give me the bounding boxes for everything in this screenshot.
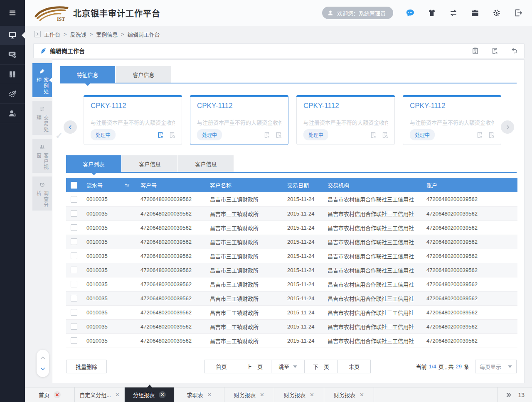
sidebar-item-5[interactable] (0, 104, 25, 123)
table-row-6: 001003547206480200039562昌吉市三工镇财政所2015-11… (66, 263, 517, 277)
doc-remove-icon[interactable] (369, 131, 377, 139)
gear-icon (492, 8, 501, 17)
card-body: CPKY-1112与注册资本严重不符的大额资金收付 (84, 96, 182, 126)
row-checkbox[interactable] (71, 281, 77, 287)
row-checkbox[interactable] (71, 337, 77, 344)
bottom-tab-6[interactable]: 财务报表✕ (274, 387, 324, 402)
doc-remove-button[interactable] (491, 47, 499, 55)
breadcrumb-item-2[interactable]: 反洗钱 (70, 30, 86, 38)
row-checkbox[interactable] (71, 295, 77, 302)
batch-delete-button[interactable]: 批量删除 (66, 360, 107, 373)
doc-search-icon[interactable] (168, 131, 176, 139)
logout-button[interactable] (514, 8, 523, 17)
bottom-tab-2[interactable]: 自定义分组...✕ (75, 387, 125, 402)
row-checkbox[interactable] (71, 252, 77, 259)
scroll-down-button[interactable] (40, 366, 46, 372)
doc-search-icon[interactable] (488, 131, 495, 139)
gear-button[interactable] (492, 8, 501, 17)
cell-r4-c2: 47206480200039562 (135, 235, 205, 249)
row-checkbox[interactable] (71, 323, 77, 330)
quill-icon (39, 47, 47, 54)
list-tab-1[interactable]: 客户列表 (66, 155, 121, 172)
row-checkbox[interactable] (71, 224, 77, 231)
per-page-select[interactable]: 每页显示 (475, 360, 517, 373)
feature-tab-2[interactable]: 客户信息 (116, 66, 171, 83)
sidebar-item-3[interactable] (0, 65, 25, 84)
column-label: 账户 (426, 181, 437, 189)
doc-remove-icon[interactable] (263, 131, 271, 139)
list-tab-label: 客户信息 (139, 160, 160, 168)
column-header-content: 流水号 (86, 181, 131, 189)
close-icon[interactable]: ✕ (54, 391, 61, 398)
clipboard-import-button[interactable] (471, 47, 479, 55)
column-header-4: 交易日期 (282, 178, 323, 192)
row-checkbox[interactable] (71, 267, 77, 273)
feature-tabs: 特征信息客户信息 (60, 66, 517, 83)
close-icon[interactable]: ✕ (310, 392, 314, 397)
rail-tab-2[interactable]: 交易处理 (32, 101, 52, 135)
breadcrumb-item-3[interactable]: 案例信息 (96, 30, 118, 38)
pager-button-4[interactable]: 下一页 (304, 360, 337, 373)
card-body: CPKY-1112与注册资本严重不符的大额资金收付 (297, 96, 394, 126)
cell-r11-c1: 0010035 (81, 333, 135, 348)
rail-tab-4[interactable]: 调查分析 (32, 176, 52, 211)
bottom-tab-4[interactable]: 求职表✕ (175, 387, 224, 402)
double-chevron-right-icon[interactable] (505, 392, 512, 398)
bottom-tab-5[interactable]: 财务报表✕ (224, 387, 274, 402)
scroll-up-button[interactable] (40, 355, 46, 361)
close-icon[interactable]: ✕ (360, 392, 364, 397)
pager-button-3[interactable]: 跳至 (271, 360, 304, 373)
pen-icon (39, 68, 45, 74)
doc-search-icon[interactable] (381, 131, 389, 139)
sidebar-item-1[interactable] (0, 26, 25, 45)
case-card-2[interactable]: CPKY-1112与注册资本严重不符的大额资金收付处理中 (190, 95, 288, 145)
close-icon[interactable]: ✕ (260, 392, 264, 397)
rail-tab-3[interactable]: 客户视窗 (32, 139, 52, 173)
carousel-prev-button[interactable] (64, 120, 77, 134)
briefcase-button[interactable] (470, 8, 480, 17)
switch-button[interactable] (449, 8, 458, 17)
bottom-tab-7[interactable]: 财务报表✕ (324, 387, 374, 402)
row-checkbox-cell (66, 235, 81, 249)
sort-icon[interactable] (124, 182, 131, 189)
tabs-underline (66, 172, 517, 173)
undo-button[interactable] (510, 47, 518, 55)
carousel-next-button[interactable] (501, 120, 514, 134)
hamburger-menu-button[interactable] (0, 0, 25, 26)
doc-search-icon[interactable] (275, 131, 282, 139)
row-checkbox[interactable] (71, 210, 77, 217)
breadcrumb-item-4[interactable]: 编辑岗工作台 (128, 30, 160, 38)
bottom-tab-3[interactable]: 分组报表✕ (125, 387, 175, 402)
pager-button-2[interactable]: 上一页 (238, 360, 271, 373)
row-checkbox[interactable] (71, 309, 77, 316)
caret-down-icon (293, 365, 297, 368)
close-icon[interactable]: ✕ (115, 392, 120, 397)
message-button[interactable] (406, 8, 415, 17)
sidebar-item-2[interactable] (0, 45, 25, 65)
doc-remove-icon[interactable] (476, 131, 483, 139)
cell-r4-c4: 2015-11-24 (282, 235, 323, 249)
close-icon[interactable]: ✕ (159, 391, 166, 398)
theme-button[interactable] (427, 8, 436, 17)
doc-remove-icon[interactable] (157, 131, 164, 139)
breadcrumb-item-1[interactable]: 工作台 (44, 30, 60, 38)
case-card-4[interactable]: CPKY-1112与注册资本严重不符的大额资金收付处理中 (403, 95, 501, 145)
row-checkbox[interactable] (71, 196, 77, 203)
select-all-checkbox[interactable] (71, 182, 77, 189)
case-card-3[interactable]: CPKY-1112与注册资本严重不符的大额资金收付处理中 (296, 95, 395, 145)
case-card-1[interactable]: CPKY-1112与注册资本严重不符的大额资金收付处理中 (84, 95, 182, 145)
list-tab-3[interactable]: 客户信息 (178, 155, 234, 172)
pager-button-label: 下一页 (313, 363, 329, 370)
table-row-1: 001003547206480200039562昌吉市三工镇财政所2015-11… (66, 192, 517, 206)
rail-tab-1[interactable]: 案例处理 (32, 63, 52, 97)
pager-button-1[interactable]: 首页 (204, 360, 238, 373)
row-checkbox[interactable] (71, 238, 77, 245)
sidebar-item-4[interactable] (0, 84, 25, 104)
close-icon[interactable]: ✕ (207, 392, 212, 397)
list-tab-2[interactable]: 客户信息 (122, 155, 177, 172)
breadcrumb-toggle-button[interactable] (34, 31, 41, 37)
pager-button-5[interactable]: 末页 (337, 360, 371, 373)
user-welcome-pill[interactable]: 欢迎您：系统管理员 (322, 7, 393, 19)
bottom-tab-1[interactable]: 首页✕ (25, 387, 75, 402)
feature-tab-1[interactable]: 特征信息 (60, 66, 115, 83)
